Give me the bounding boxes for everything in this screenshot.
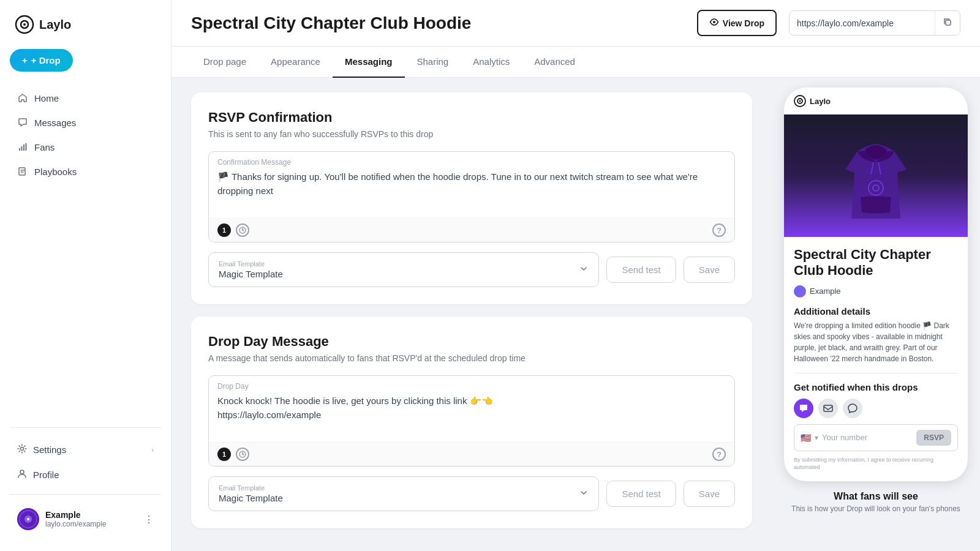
drop-day-subtitle: A message that sends automatically to fa… [208, 353, 735, 363]
rsvp-email-template-label: Email Template [219, 260, 283, 268]
drop-day-save-button[interactable]: Save [684, 481, 735, 507]
rsvp-message-input-area: Confirmation Message 1 ? [208, 151, 735, 242]
rsvp-confirmation-subtitle: This is sent to any fan who successfully… [208, 129, 735, 139]
tab-sharing[interactable]: Sharing [405, 47, 461, 78]
sidebar-item-fans[interactable]: Fans [10, 135, 161, 159]
sms-count-badge: 1 [217, 223, 231, 237]
svg-rect-3 [19, 148, 20, 151]
notify-sms-icon [794, 399, 813, 418]
tab-messaging[interactable]: Messaging [333, 47, 405, 78]
notify-messenger-icon [843, 399, 862, 418]
home-icon [17, 92, 28, 103]
messages-icon [17, 117, 28, 128]
new-drop-label: + Drop [31, 55, 61, 66]
user-url: laylo.com/example [45, 520, 138, 528]
svg-rect-15 [946, 20, 951, 25]
drop-day-send-test-button[interactable]: Send test [606, 481, 676, 507]
drop-day-email-template-label: Email Template [219, 484, 283, 492]
additional-details-text: We're dropping a limited edition hoodie … [794, 320, 958, 364]
sidebar: Laylo + + Drop Home Messages Fans [0, 0, 172, 551]
rsvp-send-test-button[interactable]: Send test [606, 257, 676, 283]
rsvp-email-template-select[interactable]: Email Template Magic Template [208, 252, 599, 287]
drop-day-template-row: Email Template Magic Template Send test … [208, 476, 735, 511]
sms-segment-icon [236, 223, 249, 237]
svg-rect-7 [19, 168, 25, 175]
rsvp-help-icon[interactable]: ? [712, 223, 726, 237]
what-fans-see-title: What fans will see [834, 491, 918, 502]
phone-disclaimer: By submitting my information, I agree to… [794, 456, 958, 471]
rsvp-save-button[interactable]: Save [684, 257, 735, 283]
chevron-down-icon [579, 264, 589, 276]
notify-icons [794, 399, 958, 418]
creator-name: Example [810, 287, 841, 296]
notify-section: Get notified when this drops [794, 373, 958, 471]
tab-advanced[interactable]: Advanced [522, 47, 587, 78]
drop-day-help-icon[interactable]: ? [712, 448, 726, 461]
drop-day-chevron-down-icon [579, 488, 589, 500]
user-section: Example laylo.com/example ⋮ [10, 502, 161, 536]
more-icon[interactable]: ⋮ [144, 514, 154, 525]
plus-icon: + [22, 55, 28, 66]
svg-point-9 [20, 470, 24, 474]
header: Spectral City Chapter Club Hoodie View D… [172, 0, 980, 47]
tab-appearance[interactable]: Appearance [258, 47, 333, 78]
phone-creator: Example [794, 285, 958, 298]
new-drop-button[interactable]: + + Drop [10, 49, 73, 72]
svg-point-13 [27, 518, 29, 520]
logo: Laylo [10, 15, 161, 34]
chevron-right-icon: › [151, 446, 154, 454]
sidebar-item-playbooks-label: Playbooks [34, 167, 77, 177]
drop-day-message-input-area: Drop Day 1 ? [208, 375, 735, 467]
drop-day-email-template-select[interactable]: Email Template Magic Template [208, 476, 599, 511]
svg-point-14 [713, 21, 715, 23]
phone-brand-label: Laylo [810, 97, 831, 106]
svg-point-8 [21, 448, 24, 451]
tab-drop-page[interactable]: Drop page [191, 47, 258, 78]
sidebar-bottom: Settings › Profile Example laylo.com/exa… [10, 427, 161, 536]
sidebar-item-messages-label: Messages [34, 118, 76, 128]
avatar [17, 508, 39, 530]
page-title: Spectral City Chapter Club Hoodie [191, 13, 685, 33]
eye-icon [709, 17, 719, 29]
profile-label: Profile [33, 470, 59, 480]
url-input[interactable] [790, 12, 935, 34]
drop-day-email-template-value: Magic Template [219, 493, 283, 503]
url-copy-button[interactable] [935, 11, 960, 35]
phone-header: Laylo [784, 88, 968, 114]
sidebar-item-home-label: Home [34, 93, 59, 103]
sidebar-item-profile[interactable]: Profile [10, 463, 161, 487]
content-area: RSVP Confirmation This is sent to any fa… [172, 78, 980, 551]
phone-laylo-logo [794, 95, 806, 107]
main-content: Spectral City Chapter Club Hoodie View D… [172, 0, 980, 551]
profile-icon [17, 469, 27, 481]
sidebar-item-home[interactable]: Home [10, 86, 161, 110]
view-drop-label: View Drop [723, 18, 764, 28]
settings-label: Settings [33, 444, 66, 455]
drop-day-message-textarea[interactable] [209, 391, 734, 440]
svg-point-20 [799, 100, 801, 102]
rsvp-template-row: Email Template Magic Template Send test … [208, 252, 735, 287]
sidebar-item-playbooks[interactable]: Playbooks [10, 160, 161, 183]
svg-point-2 [23, 23, 26, 26]
url-bar [789, 10, 960, 36]
user-info: Example laylo.com/example [45, 510, 138, 528]
drop-day-sms-segment-icon [236, 448, 249, 461]
tab-analytics[interactable]: Analytics [461, 47, 522, 78]
drop-day-message-toolbar: 1 ? [209, 442, 734, 466]
drop-day-title: Drop Day Message [208, 334, 735, 350]
preview-panel: Laylo [772, 78, 980, 551]
rsvp-message-toolbar: 1 ? [209, 218, 734, 242]
what-fans-see-subtitle: This is how your Drop will look on your … [791, 504, 960, 513]
phone-mockup: Laylo [784, 88, 968, 481]
rsvp-message-textarea[interactable] [209, 167, 734, 216]
sidebar-item-fans-label: Fans [34, 142, 55, 152]
notify-email-icon [818, 399, 838, 418]
notify-title: Get notified when this drops [794, 382, 958, 392]
view-drop-button[interactable]: View Drop [697, 10, 777, 36]
sidebar-item-settings[interactable]: Settings › [10, 438, 161, 462]
drop-day-sms-count-badge: 1 [217, 448, 231, 461]
rsvp-button[interactable]: RSVP [916, 430, 951, 446]
logo-text: Laylo [39, 18, 71, 32]
phone-input-placeholder: Your number [822, 433, 913, 442]
sidebar-item-messages[interactable]: Messages [10, 111, 161, 134]
